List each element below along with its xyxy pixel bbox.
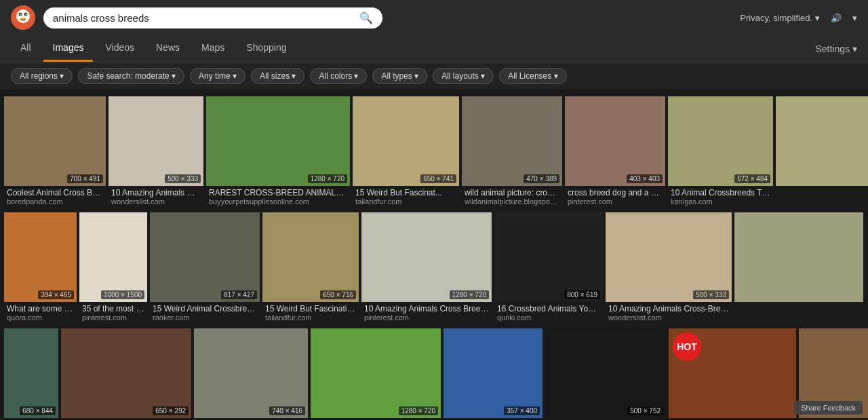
tile-title: cross breed dog and a bir... — [568, 188, 663, 197]
tile-title: 15 Weird But Fascinatin... — [265, 304, 356, 313]
image-tile[interactable]: 680 × 844 — [4, 328, 58, 418]
tile-wrapper: 403 × 403 cross breed dog and a bir... p… — [565, 96, 665, 210]
image-tile[interactable]: 394 × 465 — [4, 212, 77, 302]
image-tile[interactable]: 500 × 333 — [606, 212, 732, 302]
svg-point-4 — [20, 14, 22, 16]
tab-videos[interactable]: Videos — [96, 35, 144, 62]
tile-title: 35 of the most ad... — [82, 304, 144, 313]
image-tile[interactable]: 1280 × 720 — [206, 96, 350, 186]
tab-all[interactable]: All — [11, 35, 41, 62]
tile-title: What are some of t... — [7, 304, 74, 313]
image-tile[interactable]: 1280 × 720 — [311, 328, 441, 418]
tile-title: 10 Amazing Animals Cross-Breed You W... — [111, 188, 201, 197]
tile-wrapper: 500 × 333 10 Amazing Animals Cross-Breed… — [108, 96, 203, 210]
tab-shopping[interactable]: Shopping — [237, 35, 296, 62]
tile-source: wonderslist.com — [608, 313, 729, 322]
tile-source: buyyourpetsuppliesonline.com — [209, 197, 347, 206]
filter-region[interactable]: All regions ▾ — [11, 68, 73, 84]
image-row-3: 680 × 844 650 × 292 740 × 416 1280 × 720 — [3, 327, 865, 420]
image-tile[interactable]: 650 × 716 — [262, 212, 359, 302]
image-tile[interactable]: 500 × 333 — [108, 96, 203, 186]
tile-info: 10 Amazing Animals Cross-Breed You Wo...… — [606, 302, 732, 326]
tile-dimensions: 650 × 741 — [420, 174, 456, 183]
tile-wrapper: 740 × 416 — [194, 328, 308, 420]
tab-images[interactable]: Images — [43, 35, 94, 62]
search-button[interactable]: 🔍 — [359, 12, 373, 24]
tile-title: Coolest Animal Cross Breeds | Bored ... — [7, 188, 103, 197]
tile-wrapper: 672 × 484 10 Animal Crossbreeds That You… — [668, 96, 773, 210]
filter-bar: All regions ▾ Safe search: moderate ▾ An… — [0, 62, 868, 90]
tile-dimensions: 700 × 491 — [67, 174, 103, 183]
privacy-link[interactable]: Privacy, simplified. ▾ — [740, 13, 820, 23]
tile-dimensions: 1280 × 720 — [450, 290, 489, 299]
chevron-down-icon-settings: ▾ — [852, 43, 857, 54]
image-tile[interactable]: 800 × 619 — [494, 212, 603, 302]
tile-title: RAREST CROSS-BREED ANIMALS - Buy Your Pe… — [209, 188, 347, 197]
tile-title: 15 Weird But Fascinat... — [355, 188, 456, 197]
settings-label: Settings — [815, 43, 850, 54]
image-tile[interactable]: 817 × 427 — [150, 212, 260, 302]
tab-maps[interactable]: Maps — [192, 35, 234, 62]
svg-point-1 — [16, 9, 30, 23]
filter-type[interactable]: All types ▾ — [372, 68, 427, 84]
tile-source: wonderslist.com — [111, 197, 201, 206]
tile-wrapper: 650 × 292 — [61, 328, 191, 420]
tile-wrapper: 650 × 741 15 Weird But Fascinat... taila… — [353, 96, 459, 210]
image-tile[interactable]: 650 × 741 — [353, 96, 459, 186]
image-grid: 700 × 491 Coolest Animal Cross Breeds | … — [0, 90, 868, 420]
filter-license[interactable]: All Licenses ▾ — [499, 68, 566, 84]
image-tile[interactable]: 1000 × 1500 — [79, 212, 147, 302]
tile-title: 10 Amazing Animals Cross-Breed You Wo... — [608, 304, 729, 313]
search-input[interactable]: animals cross breeds — [53, 12, 354, 24]
tile-wrapper: 470 × 389 wild animal picture: cross bre… — [462, 96, 562, 210]
tile-source: boredpanda.com — [7, 197, 103, 206]
mic-icon[interactable]: 🔊 — [831, 13, 842, 23]
header-right: Privacy, simplified. ▾ 🔊 ▾ — [740, 13, 857, 23]
tile-title: 15 Weird Animal Crossbreeds That Actuall… — [153, 304, 257, 313]
image-tile[interactable]: HOT — [669, 328, 796, 418]
tile-wrapper: 1280 × 720 — [311, 328, 441, 420]
image-tile[interactable]: 500 × 752 — [545, 328, 666, 418]
nav-tabs: All Images Videos News Maps Shopping Set… — [0, 35, 868, 62]
filter-time[interactable]: Any time ▾ — [190, 68, 245, 84]
tile-wrapper — [776, 96, 868, 210]
image-tile[interactable]: 1280 × 720 — [361, 212, 492, 302]
share-feedback[interactable]: Share Feedback — [794, 401, 863, 415]
filter-safe-search[interactable]: Safe search: moderate ▾ — [78, 68, 184, 84]
header: animals cross breeds 🔍 Privacy, simplifi… — [0, 0, 868, 35]
image-tile[interactable]: 403 × 403 — [565, 96, 665, 186]
tile-dimensions: 403 × 403 — [627, 174, 663, 183]
image-tile[interactable]: 700 × 491 — [4, 96, 106, 186]
tile-dimensions: 1000 × 1500 — [101, 290, 144, 299]
tile-info — [776, 186, 868, 192]
tile-dimensions: 1280 × 720 — [308, 174, 347, 183]
tile-dimensions: 672 × 484 — [734, 174, 770, 183]
image-tile[interactable]: 650 × 292 — [61, 328, 191, 418]
image-tile[interactable]: 470 × 389 — [462, 96, 562, 186]
tile-dimensions: 394 × 465 — [38, 290, 74, 299]
image-tile[interactable]: 357 × 400 — [443, 328, 542, 418]
tile-dimensions: 650 × 716 — [320, 290, 356, 299]
image-tile[interactable] — [734, 212, 863, 302]
image-tile[interactable]: 672 × 484 — [668, 96, 773, 186]
tile-source: ranker.com — [153, 313, 257, 322]
filter-color[interactable]: All colors ▾ — [310, 68, 367, 84]
tile-source: qunki.com — [497, 313, 600, 322]
tile-wrapper: 1000 × 1500 35 of the most ad... pintere… — [79, 212, 147, 326]
tile-wrapper: 357 × 400 — [443, 328, 542, 420]
filter-size[interactable]: All sizes ▾ — [251, 68, 304, 84]
tile-info: What are some of t... quora.com — [4, 302, 77, 326]
image-tile[interactable] — [776, 96, 868, 186]
tile-info: 16 Crossbred Animals You Didn't Kn... qu… — [494, 302, 603, 326]
tab-news[interactable]: News — [146, 35, 189, 62]
tile-dimensions: 817 × 427 — [221, 290, 257, 299]
tile-wrapper: 1280 × 720 RAREST CROSS-BREED ANIMALS - … — [206, 96, 350, 210]
search-bar: animals cross breeds 🔍 — [43, 7, 382, 28]
filter-layout[interactable]: All layouts ▾ — [433, 68, 494, 84]
logo[interactable] — [11, 5, 35, 30]
image-tile[interactable]: 740 × 416 — [194, 328, 308, 418]
tile-info: 15 Weird But Fascinatin... tailandfur.co… — [262, 302, 359, 326]
tile-wrapper: HOT — [669, 328, 796, 420]
tile-source: tailandfur.com — [265, 313, 356, 322]
settings-button[interactable]: Settings ▾ — [815, 37, 857, 61]
